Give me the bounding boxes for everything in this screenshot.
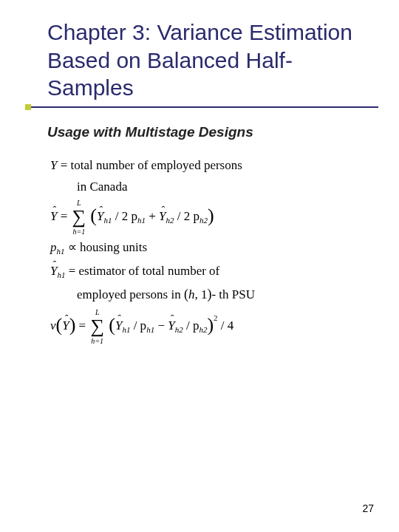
title-underline xyxy=(25,106,378,114)
page-number: 27 xyxy=(362,502,374,514)
slide: Chapter 3: Variance Estimation Based on … xyxy=(0,0,399,532)
slide-title: Chapter 3: Variance Estimation Based on … xyxy=(47,18,369,102)
math-block: Y = total number of employed persons in … xyxy=(50,157,369,336)
eq-line-3: ph1 ∝ housing units xyxy=(50,239,369,258)
accent-square xyxy=(25,104,31,110)
eq-line-1: Y = total number of employed persons xyxy=(50,157,369,174)
slide-subtitle: Usage with Multistage Designs xyxy=(47,124,369,140)
eq-line-5: v(Y) = ∑Lh=1 (Yh1 / ph1 − Yh2 / ph2)2 / … xyxy=(50,317,369,336)
eq-line-4b: employed persons in (h, 1)- th PSU xyxy=(77,286,369,304)
eq-line-1b: in Canada xyxy=(77,178,369,196)
eq-line-2: Y = ∑Lh=1 (Yh1 / 2 ph1 + Yh2 / 2 ph2) xyxy=(50,208,369,227)
eq-line-4: Yh1 = estimator of total number of xyxy=(50,262,369,282)
horizontal-rule xyxy=(25,106,378,108)
